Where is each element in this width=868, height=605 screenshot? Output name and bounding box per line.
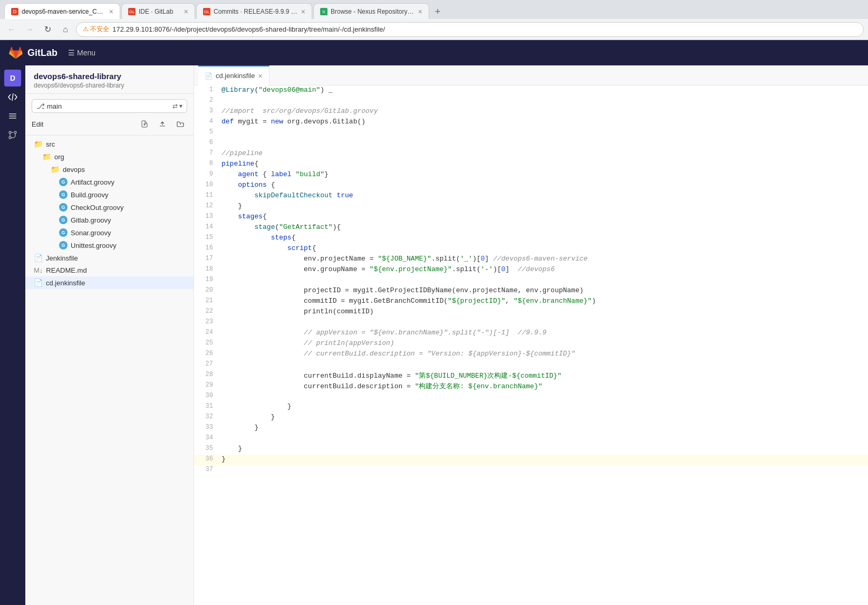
address-bar[interactable]: ⚠ 不安全 172.29.9.101:8076/-/ide/project/de… <box>76 22 864 37</box>
list-icon <box>8 111 17 121</box>
tab-1-favicon: D <box>11 8 18 15</box>
tree-item-sonar[interactable]: G Sonar.groovy <box>25 226 194 239</box>
code-line-18: 18 env.groupName = "${env.projectName}".… <box>194 265 868 275</box>
tree-item-gitlab[interactable]: G Gitlab.groovy <box>25 214 194 226</box>
menu-button[interactable]: ☰ Menu <box>64 46 100 59</box>
folder-icon-org: 📁 <box>42 152 51 161</box>
avatar-initial: D <box>10 74 15 82</box>
new-tab-button[interactable]: + <box>430 4 445 19</box>
sidebar-git-icon[interactable] <box>4 127 21 143</box>
tree-item-gitlab-label: Gitlab.groovy <box>71 216 111 224</box>
tab-2-close[interactable]: × <box>184 8 188 15</box>
folder-icon-src: 📁 <box>34 140 43 148</box>
code-line-35: 35 } <box>194 444 868 455</box>
user-avatar[interactable]: D <box>4 70 21 87</box>
code-line-15: 15 steps{ <box>194 233 868 244</box>
code-line-26: 26 // currentBuild.description = "Versio… <box>194 349 868 360</box>
reload-button[interactable]: ↻ <box>40 22 55 37</box>
code-line-13: 13 stages{ <box>194 212 868 223</box>
tree-item-sonar-label: Sonar.groovy <box>71 229 111 237</box>
code-line-14: 14 stage("GetArtifact"){ <box>194 223 868 233</box>
code-line-2: 2 <box>194 96 868 107</box>
groovy-icon-build: G <box>59 190 67 199</box>
home-button[interactable]: ⌂ <box>58 22 73 37</box>
sidebar-list-icon[interactable] <box>4 108 21 124</box>
code-line-1: 1 @Library("devops06@main") _ <box>194 85 868 96</box>
gitlab-logo[interactable]: GitLab <box>8 45 57 60</box>
branch-selector[interactable]: ⎇ main ⇄ ▾ <box>32 99 187 113</box>
tree-item-org-label: org <box>54 153 64 161</box>
editor-tab-file-icon: 📄 <box>205 72 213 80</box>
tab-2-title: IDE · GitLab <box>139 8 181 15</box>
svg-rect-10 <box>9 118 16 119</box>
code-line-6: 6 <box>194 138 868 149</box>
tree-item-org[interactable]: 📁 org <box>25 150 194 163</box>
tab-3-close[interactable]: × <box>301 8 305 15</box>
code-line-29: 29 currentBuild.description = "构建分支名称: $… <box>194 381 868 391</box>
menu-icon: ☰ <box>68 49 75 57</box>
tree-item-cd-jenkinsfile-label: cd.jenkinsfile <box>46 279 85 287</box>
editor-area: 📄 cd.jenkinsfile × 1 @Library("devops06@… <box>194 65 868 605</box>
code-editor[interactable]: 1 @Library("devops06@main") _ 2 3 //impo… <box>194 85 868 605</box>
gitlab-header: GitLab ☰ Menu <box>0 40 868 65</box>
tab-2[interactable]: GL IDE · GitLab × <box>121 3 195 19</box>
sidebar-code-icon[interactable] <box>4 89 21 105</box>
upload-button[interactable] <box>156 117 169 131</box>
code-line-7: 7 //pipeline <box>194 149 868 159</box>
groovy-icon-artifact: G <box>59 178 67 186</box>
tree-item-readme-label: README.md <box>46 266 86 274</box>
forward-button[interactable]: → <box>22 22 37 37</box>
branch-icon: ⎇ <box>36 102 45 110</box>
code-line-11: 11 skipDefaultCheckout true <box>194 191 868 201</box>
tab-2-favicon: GL <box>128 8 136 15</box>
new-folder-button[interactable] <box>173 117 187 131</box>
tree-item-unittest[interactable]: G Unittest.groovy <box>25 239 194 252</box>
groovy-icon-unittest: G <box>59 241 67 249</box>
tab-1-close[interactable]: × <box>109 8 113 15</box>
tab-3[interactable]: GL Commits · RELEASE-9.9.9 · dev × <box>196 3 312 19</box>
tree-item-build[interactable]: G Build.groovy <box>25 188 194 201</box>
code-line-30: 30 <box>194 391 868 402</box>
editor-tabs: 📄 cd.jenkinsfile × <box>194 65 868 85</box>
editor-tab-close[interactable]: × <box>258 72 262 80</box>
edit-label: Edit <box>32 120 133 128</box>
tree-item-readme[interactable]: M↓ README.md <box>25 264 194 276</box>
tree-item-cd-jenkinsfile[interactable]: 📄 cd.jenkinsfile <box>25 276 194 289</box>
code-line-17: 17 env.projectName = "${JOB_NAME}".split… <box>194 254 868 265</box>
tab-4[interactable]: N Browse - Nexus Repository M... × <box>313 3 429 19</box>
code-line-31: 31 } <box>194 402 868 412</box>
tab-1[interactable]: D devops6-maven-service_CD |... × <box>4 3 120 19</box>
file-tree-content: 📁 src 📁 org 📁 devops G <box>25 136 194 605</box>
tree-item-build-label: Build.groovy <box>71 191 109 199</box>
upload-icon <box>159 120 166 128</box>
main-layout: D <box>0 65 868 605</box>
tab-3-title: Commits · RELEASE-9.9.9 · dev <box>214 8 298 15</box>
editor-tab-cd-jenkinsfile[interactable]: 📄 cd.jenkinsfile × <box>198 65 269 85</box>
new-file-icon <box>141 120 148 128</box>
tree-item-checkout-label: CheckOut.groovy <box>71 204 123 212</box>
code-line-16: 16 script{ <box>194 244 868 254</box>
code-line-19: 19 <box>194 275 868 286</box>
gitlab-app: GitLab ☰ Menu D <box>0 40 868 605</box>
code-line-23: 23 <box>194 318 868 328</box>
tab-4-title: Browse - Nexus Repository M... <box>331 8 415 15</box>
gitlab-logo-icon <box>8 45 23 60</box>
tree-item-artifact-label: Artifact.groovy <box>71 178 114 186</box>
code-line-32: 32 } <box>194 412 868 423</box>
tree-item-checkout[interactable]: G CheckOut.groovy <box>25 201 194 214</box>
edit-toolbar: Edit <box>25 113 194 136</box>
back-button[interactable]: ← <box>4 22 19 37</box>
sidebar-icons: D <box>0 65 25 605</box>
new-file-button[interactable] <box>138 117 151 131</box>
code-line-34: 34 <box>194 434 868 444</box>
code-icon <box>8 92 17 102</box>
tree-item-src[interactable]: 📁 src <box>25 138 194 150</box>
tab-4-close[interactable]: × <box>418 8 422 15</box>
code-line-12: 12 } <box>194 201 868 212</box>
tree-item-jenkinsfile[interactable]: 📄 Jenkinsfile <box>25 252 194 264</box>
svg-rect-9 <box>9 116 16 117</box>
tree-item-artifact[interactable]: G Artifact.groovy <box>25 176 194 188</box>
code-line-28: 28 currentBuild.displayName = "第${BUILD_… <box>194 370 868 381</box>
svg-point-13 <box>9 137 11 139</box>
tree-item-devops[interactable]: 📁 devops <box>25 163 194 176</box>
